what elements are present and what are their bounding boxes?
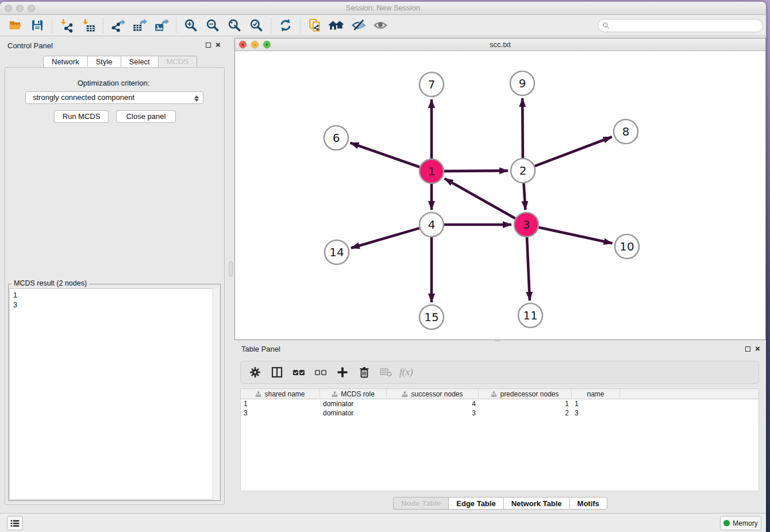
tab-select[interactable]: Select — [121, 56, 158, 68]
node-table-body: 1dominator4113dominator323 — [241, 399, 759, 418]
tab-network-table[interactable]: Network Table — [503, 497, 569, 510]
table-cell[interactable]: 1 — [572, 399, 620, 408]
graph-node-4[interactable]: 4 — [419, 213, 444, 237]
control-panel-float-icon[interactable] — [206, 43, 211, 48]
memory-button[interactable]: Memory — [720, 516, 761, 530]
graph-node-2[interactable]: 2 — [511, 159, 535, 183]
mcds-result-legend: MCDS result (2 nodes) — [11, 279, 89, 287]
optimization-criterion-select[interactable]: strongly connected component — [25, 91, 203, 104]
deselect-all-rows-button[interactable] — [311, 363, 330, 381]
graph-node-3[interactable]: 3 — [514, 213, 538, 237]
column-manager-icon — [271, 366, 283, 379]
zoom-selected-button[interactable] — [245, 17, 267, 34]
apply-function-button[interactable]: f(x) — [399, 367, 413, 378]
export-table-button[interactable] — [129, 17, 151, 34]
window-close-dot[interactable] — [5, 5, 12, 12]
graph-node-6[interactable]: 6 — [324, 126, 348, 150]
column-header-shared-name[interactable]: shared name — [241, 389, 320, 399]
network-close-icon[interactable]: × — [239, 41, 247, 48]
import-network-button[interactable] — [56, 17, 78, 34]
table-cell[interactable]: dominator — [320, 408, 387, 418]
table-cell[interactable]: 4 — [387, 399, 479, 408]
tab-edge-table[interactable]: Edge Table — [448, 497, 503, 510]
graph-node-7[interactable]: 7 — [419, 72, 444, 97]
graph-edge-3-1[interactable] — [445, 179, 515, 218]
window-zoom-dot[interactable] — [28, 5, 35, 12]
close-panel-button[interactable]: Close panel — [116, 110, 176, 123]
table-cell[interactable]: 1 — [241, 399, 320, 408]
export-image-button[interactable] — [151, 17, 172, 34]
zoom-in-button[interactable] — [180, 17, 202, 34]
window-minimize-dot[interactable] — [16, 5, 24, 12]
vertical-splitter-handle[interactable] — [229, 261, 233, 276]
table-cell[interactable]: 2 — [479, 408, 572, 418]
tab-network[interactable]: Network — [43, 56, 87, 68]
graph-node-14[interactable]: 14 — [325, 240, 349, 264]
column-header-successor-nodes[interactable]: successor nodes — [387, 389, 479, 399]
refresh-button[interactable] — [275, 17, 297, 34]
column-header-MCDS-role[interactable]: MCDS role — [320, 389, 387, 399]
first-neighbors-button[interactable] — [326, 17, 348, 34]
column-header-name[interactable]: name — [572, 389, 620, 399]
graph-node-label: 15 — [424, 310, 438, 324]
network-window-titlebar[interactable]: × − + scc.txt — [235, 38, 765, 51]
zoom-out-button[interactable] — [202, 17, 224, 34]
graph-edge-3-10[interactable] — [538, 228, 612, 244]
network-view-window[interactable]: × − + scc.txt 7968124314101511 — [234, 38, 766, 340]
graph-node-8[interactable]: 8 — [614, 119, 638, 144]
window-titlebar[interactable]: Session: New Session — [0, 2, 766, 15]
window-title: Session: New Session — [0, 2, 766, 14]
run-mcds-button[interactable]: Run MCDS — [54, 110, 109, 123]
graph-edge-2-8[interactable] — [535, 137, 612, 166]
show-all-button[interactable] — [369, 17, 391, 34]
search-input[interactable] — [612, 22, 763, 30]
graph-node-10[interactable]: 10 — [615, 234, 639, 259]
open-file-button[interactable] — [5, 17, 26, 34]
zoom-fit-button[interactable] — [224, 17, 245, 34]
table-cell[interactable]: 3 — [241, 408, 320, 418]
add-column-button[interactable] — [333, 363, 352, 381]
column-header-predecessor-nodes[interactable]: predecessor nodes — [479, 389, 572, 399]
graph-edge-4-14[interactable] — [351, 228, 419, 248]
tab-style[interactable]: Style — [87, 56, 121, 68]
import-table-button[interactable] — [78, 17, 99, 34]
graph-edge-1-2[interactable] — [444, 171, 508, 171]
graph-edge-1-6[interactable] — [351, 143, 420, 167]
tab-mcds[interactable]: MCDS — [158, 56, 197, 68]
column-manager-button[interactable] — [267, 363, 287, 381]
table-panel-close-icon[interactable]: × — [755, 346, 760, 352]
hide-selected-button[interactable] — [348, 17, 369, 34]
network-canvas[interactable]: 7968124314101511 — [235, 51, 765, 340]
export-network-button[interactable] — [107, 17, 129, 34]
delete-column-button[interactable] — [355, 363, 374, 381]
graph-node-15[interactable]: 15 — [419, 305, 444, 329]
graph-node-11[interactable]: 11 — [518, 303, 542, 327]
table-panel-float-icon[interactable] — [745, 346, 750, 352]
mcds-result-scrollbar[interactable] — [213, 288, 220, 500]
tab-motifs[interactable]: Motifs — [569, 497, 607, 510]
graph-edge-3-11[interactable] — [527, 237, 530, 300]
graph-edge-2-9[interactable] — [522, 98, 523, 158]
network-minimize-icon[interactable]: − — [251, 41, 259, 48]
graph-node-9[interactable]: 9 — [510, 71, 534, 95]
delete-table-button[interactable] — [376, 363, 396, 381]
table-cell[interactable]: 1 — [479, 399, 572, 408]
table-cell[interactable]: 3 — [572, 408, 620, 418]
mcds-result-list[interactable]: 1 3 — [9, 288, 220, 500]
network-zoom-icon[interactable]: + — [263, 41, 271, 48]
save-session-button[interactable] — [26, 17, 48, 34]
select-all-rows-button[interactable] — [289, 363, 309, 381]
table-row[interactable]: 3dominator323 — [241, 408, 759, 418]
clone-network-button[interactable] — [304, 17, 326, 34]
search-field[interactable] — [598, 19, 763, 32]
table-settings-button[interactable] — [245, 363, 265, 381]
table-cell[interactable]: dominator — [320, 399, 387, 408]
graph-node-1[interactable]: 1 — [419, 159, 444, 183]
tab-node-table[interactable]: Node Table — [393, 497, 448, 510]
control-panel-close-icon[interactable]: × — [215, 42, 221, 48]
task-history-button[interactable] — [7, 516, 23, 530]
table-cell[interactable]: 3 — [387, 408, 479, 418]
task-list-icon — [10, 519, 20, 528]
graph-edge-2-3[interactable] — [523, 183, 525, 210]
table-row[interactable]: 1dominator411 — [241, 399, 759, 408]
